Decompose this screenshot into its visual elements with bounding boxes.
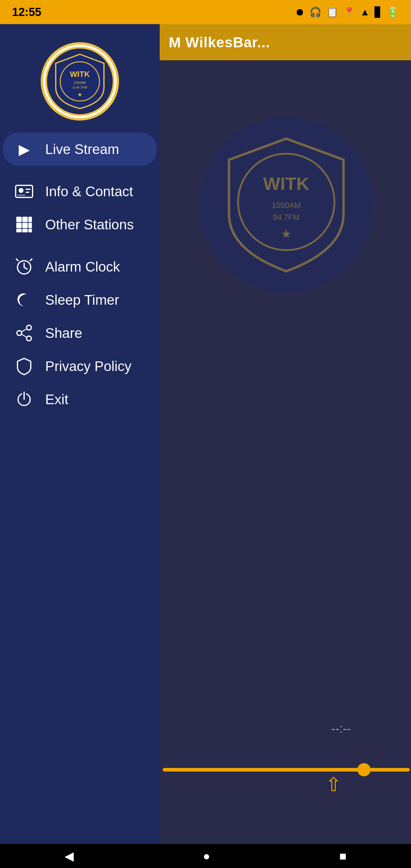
alarm-svg	[16, 258, 33, 276]
playback-time: --:--	[331, 722, 351, 735]
status-bar: 12:55 ⏺ 🎧 📋 📍 ▲ ▊ 🔋	[0, 0, 411, 24]
header-title: M WilkesBar...	[169, 34, 270, 51]
alarm-clock-icon	[12, 255, 36, 279]
svg-text:WITK: WITK	[263, 174, 309, 194]
battery-icon: 🔋	[387, 6, 399, 18]
menu-label-share: Share	[45, 325, 82, 341]
logo-area: WITK 1550AM & 94.7FM ★	[0, 24, 160, 133]
menu-item-sleep-timer[interactable]: Sleep Timer	[0, 283, 160, 316]
menu-label-exit: Exit	[45, 391, 68, 407]
menu-label-privacy-policy: Privacy Policy	[45, 358, 131, 374]
home-button[interactable]: ●	[185, 846, 228, 866]
menu-label-sleep-timer: Sleep Timer	[45, 292, 119, 308]
navigation-drawer: WITK 1550AM & 94.7FM ★ ▶ Live Stream Inf…	[0, 24, 160, 844]
svg-rect-13	[26, 192, 29, 193]
logo-svg: WITK 1550AM & 94.7FM ★	[50, 51, 110, 112]
svg-text:WITK: WITK	[70, 70, 90, 79]
logo-circle: WITK 1550AM & 94.7FM ★	[41, 42, 119, 121]
status-icons: ⏺ 🎧 📋 📍 ▲ ▊ 🔋	[295, 6, 399, 18]
svg-rect-20	[28, 223, 32, 228]
menu-label-other-stations: Other Stations	[45, 216, 134, 233]
svg-rect-23	[28, 229, 32, 232]
headset-icon: 🎧	[310, 6, 321, 18]
power-icon	[12, 387, 36, 411]
svg-rect-12	[26, 189, 30, 190]
svg-text:94.7FM: 94.7FM	[273, 213, 299, 222]
stations-grid-icon	[16, 216, 33, 233]
menu-item-alarm-clock[interactable]: Alarm Clock	[0, 250, 160, 283]
menu-label-live-stream: Live Stream	[45, 141, 119, 157]
svg-line-32	[22, 329, 27, 332]
wifi-icon: ▲	[360, 7, 370, 18]
menu-label-info-contact: Info & Contact	[45, 183, 133, 199]
menu-item-info-contact[interactable]: Info & Contact	[0, 175, 160, 208]
spacer-1	[0, 166, 160, 175]
svg-point-31	[27, 336, 31, 341]
svg-rect-14	[18, 195, 25, 195]
moon-svg	[16, 291, 33, 308]
menu-label-alarm-clock: Alarm Clock	[45, 258, 120, 275]
spacer-2	[0, 241, 160, 250]
witk-shield-svg: WITK 1550AM 94.7FM ★	[211, 130, 361, 280]
volume-knob[interactable]	[357, 763, 371, 776]
svg-rect-21	[16, 229, 22, 232]
svg-line-33	[22, 334, 27, 337]
signal-icon: ▊	[375, 6, 382, 18]
svg-point-11	[19, 188, 24, 193]
location-icon: 📍	[343, 6, 355, 18]
svg-rect-18	[16, 223, 22, 228]
share-menu-icon	[12, 321, 36, 345]
menu-item-other-stations[interactable]: Other Stations	[0, 208, 160, 241]
svg-text:★: ★	[77, 92, 82, 98]
record-icon: ⏺	[295, 7, 305, 18]
volume-slider[interactable]	[163, 768, 410, 772]
svg-text:★: ★	[281, 227, 292, 241]
contact-icon	[12, 179, 36, 204]
svg-text:1550AM: 1550AM	[74, 81, 86, 84]
recents-button[interactable]: ■	[321, 846, 365, 866]
svg-line-26	[24, 267, 27, 269]
power-svg	[16, 391, 33, 408]
nav-bar: ◀ ● ■	[0, 844, 411, 868]
menu-item-privacy-policy[interactable]: Privacy Policy	[0, 350, 160, 383]
svg-rect-16	[22, 217, 28, 222]
svg-line-28	[30, 259, 32, 261]
contact-card-icon	[15, 184, 33, 199]
witk-watermark: WITK 1550AM 94.7FM ★	[181, 99, 392, 310]
share-icon[interactable]: ⇧	[325, 773, 342, 796]
menu-item-live-stream[interactable]: ▶ Live Stream	[3, 133, 157, 166]
logo-inner: WITK 1550AM & 94.7FM ★	[45, 47, 115, 116]
play-icon: ▶	[12, 137, 36, 161]
status-time: 12:55	[12, 6, 41, 19]
svg-rect-17	[28, 217, 32, 222]
back-button[interactable]: ◀	[46, 846, 92, 866]
sim-icon: 📋	[326, 6, 338, 18]
moon-icon	[12, 288, 36, 312]
svg-line-27	[16, 259, 18, 261]
svg-rect-22	[22, 229, 28, 232]
svg-rect-19	[22, 223, 28, 228]
menu-item-exit[interactable]: Exit	[0, 383, 160, 416]
grid-icon	[12, 213, 36, 237]
witk-badge-inner: WITK 1550AM 94.7FM ★	[199, 118, 374, 292]
shield-menu-icon	[12, 354, 36, 378]
svg-point-30	[17, 331, 22, 336]
shield-svg	[16, 357, 32, 375]
share-svg	[16, 324, 33, 341]
svg-text:1550AM: 1550AM	[272, 201, 301, 210]
svg-rect-15	[16, 217, 22, 222]
menu-item-share[interactable]: Share	[0, 316, 160, 350]
svg-text:& 94.7FM: & 94.7FM	[73, 86, 87, 89]
svg-point-29	[27, 325, 31, 330]
